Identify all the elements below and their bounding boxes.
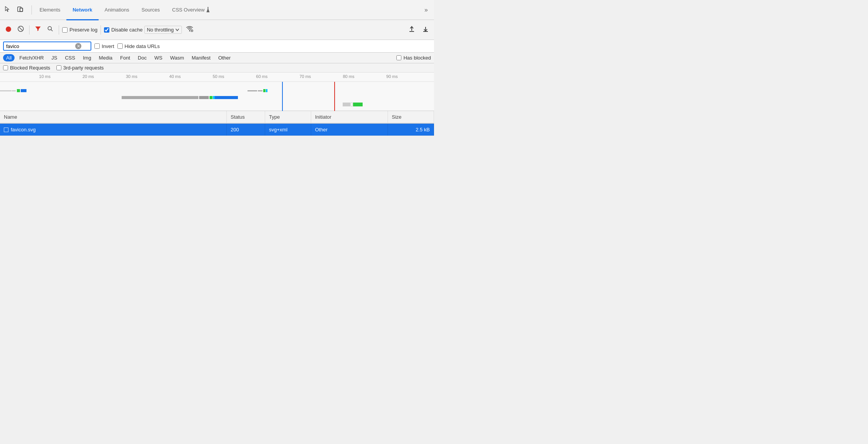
disable-cache-checkbox[interactable]	[104, 27, 109, 33]
tick-90ms: 90 ms	[386, 74, 398, 79]
timeline-area	[0, 82, 434, 111]
wf-bar-3b	[258, 90, 262, 91]
type-btn-manifest[interactable]: Manifest	[188, 54, 213, 61]
wf-bar-4a	[343, 103, 350, 106]
export-button[interactable]	[420, 24, 431, 36]
dom-content-loaded-line	[282, 82, 283, 111]
type-btn-wasm[interactable]: Wasm	[167, 54, 187, 61]
import-button[interactable]	[406, 24, 417, 36]
type-filter-row: All Fetch/XHR JS CSS Img Media Font Doc …	[0, 53, 434, 63]
filter-row: ✕ Invert Hide data URLs	[0, 40, 434, 53]
tab-css-overview[interactable]: CSS Overview	[166, 0, 216, 20]
search-box[interactable]: ✕	[3, 41, 91, 51]
record-button[interactable]	[3, 24, 14, 36]
filter-button[interactable]	[33, 24, 43, 35]
cell-status: 200	[227, 124, 265, 136]
type-btn-other[interactable]: Other	[215, 54, 234, 61]
clear-button[interactable]	[15, 24, 26, 35]
disable-cache-label[interactable]: Disable cache	[104, 27, 143, 33]
invert-checkbox[interactable]	[94, 43, 100, 49]
blocked-requests-checkbox[interactable]	[3, 65, 8, 70]
toolbar-divider-1	[29, 25, 30, 35]
invert-label[interactable]: Invert	[94, 43, 114, 49]
hide-data-urls-checkbox[interactable]	[117, 43, 123, 49]
has-blocked-checkbox[interactable]	[396, 55, 401, 60]
network-toolbar: Preserve log Disable cache No throttling	[0, 20, 434, 40]
col-status[interactable]: Status	[227, 111, 265, 123]
wf-bar-2b	[199, 96, 209, 99]
tick-50ms: 50 ms	[213, 74, 224, 79]
col-size[interactable]: Size	[388, 111, 434, 123]
more-tabs-btn[interactable]: »	[421, 5, 431, 15]
tab-bar: Elements Network Animations Sources CSS …	[0, 0, 434, 20]
svg-point-6	[48, 27, 51, 30]
toolbar-divider-3	[101, 25, 101, 35]
wf-bar-1d	[21, 89, 26, 92]
tick-40ms: 40 ms	[169, 74, 181, 79]
blocked-requests-label[interactable]: Blocked Requests	[3, 65, 50, 71]
tab-sources[interactable]: Sources	[135, 0, 166, 20]
toolbar-divider-2	[59, 25, 59, 35]
col-initiator[interactable]: Initiator	[311, 111, 388, 123]
wf-bar-1a	[0, 90, 12, 91]
tick-20ms: 20 ms	[83, 74, 94, 79]
cell-name: favicon.svg	[0, 124, 227, 136]
svg-rect-1	[20, 8, 23, 12]
wf-bar-3d	[266, 89, 267, 92]
wf-bar-2c	[210, 96, 213, 99]
wf-bar-3c	[263, 89, 266, 92]
hide-data-urls-label[interactable]: Hide data URLs	[117, 43, 160, 49]
cell-size: 2.5 kB	[388, 124, 434, 136]
wf-bar-4b	[351, 103, 353, 106]
wf-bar-2e	[215, 96, 238, 99]
type-btn-fetch-xhr[interactable]: Fetch/XHR	[16, 54, 47, 61]
third-party-label[interactable]: 3rd-party requests	[56, 65, 104, 71]
preserve-log-label[interactable]: Preserve log	[62, 27, 97, 33]
type-btn-js[interactable]: JS	[48, 54, 60, 61]
blocked-row: Blocked Requests 3rd-party requests	[0, 63, 434, 73]
search-input[interactable]	[6, 43, 75, 49]
cell-type: svg+xml	[265, 124, 311, 136]
tick-80ms: 80 ms	[343, 74, 354, 79]
device-toolbar-icon[interactable]	[15, 4, 25, 16]
wf-bar-4c	[353, 103, 363, 106]
timeline-ruler: 10 ms 20 ms 30 ms 40 ms 50 ms 60 ms 70 m…	[0, 73, 434, 82]
type-btn-css[interactable]: CSS	[62, 54, 78, 61]
wf-bar-2a	[122, 96, 198, 99]
wf-bar-3a	[248, 90, 257, 91]
clear-search-button[interactable]: ✕	[75, 43, 81, 49]
col-type[interactable]: Type	[265, 111, 311, 123]
svg-line-7	[51, 30, 53, 31]
type-btn-all[interactable]: All	[3, 54, 15, 61]
chevron-down-icon	[175, 28, 179, 31]
cell-initiator: Other	[311, 124, 388, 136]
row-checkbox[interactable]	[4, 128, 8, 132]
svg-point-9	[191, 30, 192, 31]
third-party-checkbox[interactable]	[56, 65, 61, 70]
svg-point-3	[6, 27, 11, 32]
type-btn-img[interactable]: Img	[80, 54, 94, 61]
network-conditions-button[interactable]	[183, 24, 196, 35]
wf-bar-1b	[12, 90, 16, 91]
table-header: Name Status Type Initiator Size	[0, 111, 434, 124]
flask-icon	[206, 7, 210, 12]
search-button[interactable]	[45, 24, 56, 35]
type-btn-media[interactable]: Media	[96, 54, 116, 61]
table-row[interactable]: favicon.svg 200 svg+xml Other 2.5 kB	[0, 124, 434, 136]
preserve-log-checkbox[interactable]	[62, 27, 68, 33]
table-body: favicon.svg 200 svg+xml Other 2.5 kB	[0, 124, 434, 136]
has-blocked-container: Has blocked	[396, 55, 431, 61]
tab-animations[interactable]: Animations	[99, 0, 135, 20]
type-btn-doc[interactable]: Doc	[135, 54, 150, 61]
tick-30ms: 30 ms	[126, 74, 137, 79]
col-name[interactable]: Name	[0, 111, 227, 123]
type-btn-ws[interactable]: WS	[151, 54, 165, 61]
tick-10ms: 10 ms	[39, 74, 51, 79]
tab-elements[interactable]: Elements	[33, 0, 66, 20]
tab-network[interactable]: Network	[66, 0, 98, 20]
wf-bar-1c	[17, 89, 20, 92]
throttle-dropdown[interactable]: No throttling	[144, 26, 182, 34]
type-btn-font[interactable]: Font	[117, 54, 133, 61]
inspect-icon[interactable]	[3, 4, 13, 16]
svg-line-5	[19, 27, 22, 30]
